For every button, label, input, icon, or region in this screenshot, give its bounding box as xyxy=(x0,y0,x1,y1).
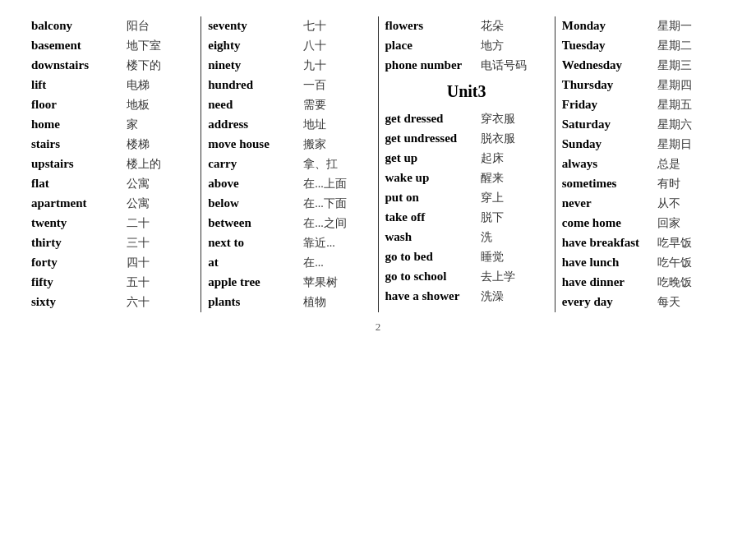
chinese-translation: 花朵 xyxy=(481,19,504,34)
chinese-translation: 每天 xyxy=(657,295,680,310)
vocab-row: ninety九十 xyxy=(208,56,371,76)
english-word: take off xyxy=(385,210,476,224)
chinese-translation: 楼梯 xyxy=(127,137,150,152)
col3-bottom: get dressed穿衣服get undressed脱衣服get up起床wa… xyxy=(385,109,548,307)
vocab-row: address地址 xyxy=(208,115,371,135)
english-word: have breakfast xyxy=(562,236,652,250)
chinese-translation: 地板 xyxy=(127,98,150,113)
english-word: Saturday xyxy=(562,118,652,131)
chinese-translation: 拿、扛 xyxy=(303,157,338,172)
vocab-row: balcony阳台 xyxy=(31,16,194,36)
vocab-row: hundred一百 xyxy=(208,76,371,95)
vocab-row: take off脱下 xyxy=(385,208,548,228)
english-word: Wednesday xyxy=(562,58,652,72)
english-word: wash xyxy=(385,230,476,244)
english-word: hundred xyxy=(208,78,298,92)
english-word: above xyxy=(208,177,298,191)
english-word: home xyxy=(31,118,122,131)
vocab-row: get dressed穿衣服 xyxy=(385,109,548,129)
vocab-row: thirty三十 xyxy=(31,233,194,253)
english-word: never xyxy=(562,196,652,210)
vocab-row: have dinner吃晚饭 xyxy=(562,273,725,293)
chinese-translation: 起床 xyxy=(481,151,504,166)
english-word: put on xyxy=(385,191,476,205)
chinese-translation: 五十 xyxy=(127,275,150,290)
chinese-translation: 总是 xyxy=(657,157,680,172)
english-word: balcony xyxy=(31,19,122,33)
vocab-row: Friday星期五 xyxy=(562,95,725,115)
chinese-translation: 地下室 xyxy=(127,39,161,53)
col1-items: balcony阳台basement地下室downstairs楼下的lift电梯f… xyxy=(31,16,194,312)
chinese-translation: 回家 xyxy=(657,216,680,231)
vocab-row: between在...之间 xyxy=(208,214,371,233)
english-word: next to xyxy=(208,236,298,250)
chinese-translation: 脱下 xyxy=(481,210,504,225)
chinese-translation: 星期五 xyxy=(657,98,692,113)
english-word: have lunch xyxy=(562,256,652,270)
english-word: address xyxy=(208,118,298,131)
chinese-translation: 电梯 xyxy=(127,78,150,93)
vocab-row: floor地板 xyxy=(31,95,194,115)
english-word: get undressed xyxy=(385,131,476,145)
chinese-translation: 星期一 xyxy=(657,19,692,34)
english-word: apple tree xyxy=(208,275,298,289)
chinese-translation: 穿上 xyxy=(481,191,504,205)
english-word: come home xyxy=(562,216,652,230)
vocab-row: carry拿、扛 xyxy=(208,155,371,174)
chinese-translation: 苹果树 xyxy=(303,275,338,290)
chinese-translation: 地方 xyxy=(481,39,504,53)
english-word: have dinner xyxy=(562,275,652,289)
chinese-translation: 有时 xyxy=(657,177,680,191)
english-word: go to school xyxy=(385,270,476,284)
vocab-row: go to bed睡觉 xyxy=(385,247,548,267)
english-word: Thursday xyxy=(562,78,652,92)
column-1: balcony阳台basement地下室downstairs楼下的lift电梯f… xyxy=(25,16,201,312)
vocab-row: need需要 xyxy=(208,95,371,115)
english-word: flowers xyxy=(385,19,476,33)
english-word: lift xyxy=(31,78,122,92)
vocab-row: sometimes有时 xyxy=(562,174,725,194)
english-word: seventy xyxy=(208,19,298,33)
vocab-row: home家 xyxy=(31,115,194,135)
vocab-row: every day每天 xyxy=(562,293,725,312)
chinese-translation: 在...下面 xyxy=(303,196,347,211)
chinese-translation: 脱衣服 xyxy=(481,131,515,146)
vocab-row: seventy七十 xyxy=(208,16,371,36)
chinese-translation: 星期日 xyxy=(657,137,692,152)
english-word: fifty xyxy=(31,275,122,289)
chinese-translation: 六十 xyxy=(127,295,150,310)
vocab-row: place地方 xyxy=(385,36,548,56)
vocab-row: basement地下室 xyxy=(31,36,194,56)
vocab-row: have lunch吃午饭 xyxy=(562,253,725,273)
chinese-translation: 睡觉 xyxy=(481,250,504,265)
vocab-row: put on穿上 xyxy=(385,188,548,208)
english-word: get dressed xyxy=(385,112,476,126)
english-word: phone number xyxy=(385,58,476,72)
column-4: Monday星期一Tuesday星期二Wednesday星期三Thursday星… xyxy=(555,16,731,312)
english-word: always xyxy=(562,157,652,171)
english-word: floor xyxy=(31,98,122,112)
english-word: move house xyxy=(208,137,298,151)
english-word: go to bed xyxy=(385,250,476,264)
english-word: below xyxy=(208,196,298,210)
english-word: apartment xyxy=(31,196,122,210)
vocab-row: eighty八十 xyxy=(208,36,371,56)
english-word: eighty xyxy=(208,39,298,53)
chinese-translation: 搬家 xyxy=(303,137,326,152)
column-3: flowers花朵place地方phone number电话号码 Unit3 g… xyxy=(379,16,555,312)
vocab-row: phone number电话号码 xyxy=(385,56,548,76)
vocab-row: Monday星期一 xyxy=(562,16,725,36)
chinese-translation: 楼上的 xyxy=(127,157,161,172)
chinese-translation: 在...上面 xyxy=(303,177,347,191)
english-word: stairs xyxy=(31,137,122,151)
english-word: need xyxy=(208,98,298,112)
vocab-row: below在...下面 xyxy=(208,194,371,214)
chinese-translation: 阳台 xyxy=(127,19,150,34)
columns-container: balcony阳台basement地下室downstairs楼下的lift电梯f… xyxy=(25,16,731,312)
english-word: thirty xyxy=(31,236,122,250)
vocab-row: stairs楼梯 xyxy=(31,135,194,155)
vocab-row: twenty二十 xyxy=(31,214,194,233)
english-word: every day xyxy=(562,295,652,309)
vocab-row: have a shower洗澡 xyxy=(385,287,548,307)
chinese-translation: 靠近... xyxy=(303,236,335,251)
